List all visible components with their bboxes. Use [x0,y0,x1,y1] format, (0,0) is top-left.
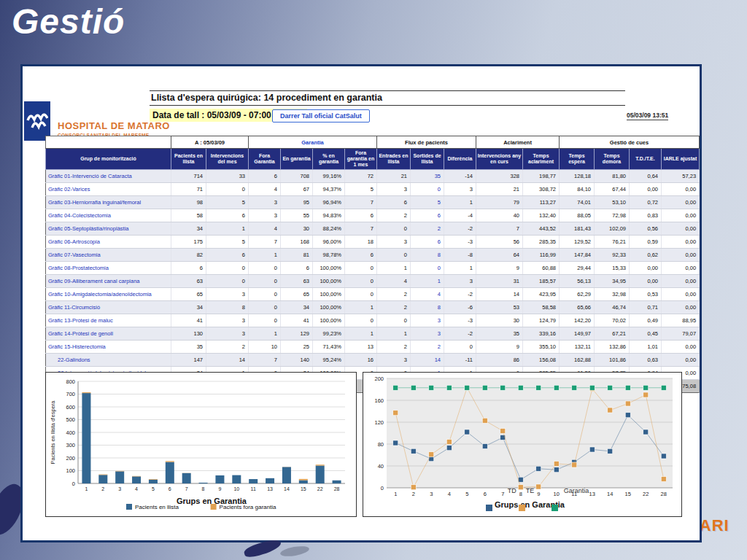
table-cell[interactable]: 3 [411,327,444,341]
bar-pacients-llista [82,393,90,483]
table-cell: 94,37% [313,183,345,196]
table-cell: 40 [476,209,523,222]
table-cell: 2 [377,209,411,222]
table-cell: 70,02 [595,314,630,327]
table-cell: 34 [171,222,206,236]
table-row: Gràfic 08-Prostatectomia6006100,00%01019… [46,262,700,275]
table-cell: 7 [249,354,281,367]
table-cell[interactable]: 3 [411,314,444,327]
table-cell: 4 [249,222,281,236]
marker-TD [393,440,398,446]
row-label-link[interactable]: Gràfic 07-Vasectomia [46,249,171,262]
table-cell[interactable]: 0 [411,262,444,275]
row-label-link[interactable]: Gràfic 02-Varices [46,183,171,196]
table-cell: 71 [171,183,206,196]
row-label-link[interactable]: Gràfic 10-Amigdalectomia/adenoïdectomia [46,288,171,301]
table-cell: 58 [171,209,206,222]
row-label-link[interactable]: Gràfic 15-Histerectomia [46,341,171,354]
table-cell[interactable]: 2 [411,222,444,236]
marker-Garantia [446,385,452,390]
table-cell[interactable]: 1 [411,275,444,288]
table-cell[interactable]: 6 [411,209,444,222]
x-tick-label: 4 [448,491,451,497]
row-label-link[interactable]: Gràfic 04-Colecistectomia [46,209,171,222]
marker-TD [465,429,470,435]
marker-TE [500,429,506,434]
table-cell: 0,00 [662,249,700,262]
table-cell[interactable]: 6 [411,236,444,249]
table-cell[interactable]: 2 [411,341,444,354]
marker-Garantia [536,385,541,390]
table-cell: -11 [444,354,476,367]
table-cell: 9 [476,341,523,354]
table-cell[interactable]: 0 [411,183,444,196]
row-label-link[interactable]: Gràfic 05-Septoplàstia/rinoplàstia [46,222,171,236]
table-cell: 100,00% [313,301,345,314]
bar-fora-garantia [149,479,158,480]
row-label-link[interactable]: Gràfic 13-Pròtesi de maluc [46,314,171,327]
marker-Garantia [393,385,398,390]
table-cell: 30 [281,222,313,236]
x-tick-label: 3 [118,486,121,491]
legend-label: Pacients fora garantia [220,504,276,510]
marker-TE [572,462,577,467]
table-cell: 1 [444,196,476,209]
table-cell[interactable]: 8 [411,301,444,314]
plot-area [387,378,673,488]
table-cell: 0 [345,275,377,288]
table-cell: 0 [206,262,249,275]
x-tick-label: 2 [412,491,415,497]
y-tick-label: 500 [66,416,75,423]
table-cell: 99,16% [313,170,345,183]
bar-pacients-llista [266,478,274,483]
y-tick-label: 100 [66,467,75,474]
row-label-link[interactable]: 22-Galindons [46,354,171,367]
decor-swoosh-bottom-gray [279,545,309,559]
hospital-logo-mark [24,101,50,141]
table-cell: 0,72 [630,196,662,209]
row-label-link[interactable]: Gràfic 14-Pròtesi de genoll [46,327,171,341]
table-cell: 65 [171,288,206,301]
row-label-link[interactable]: Gràfic 11-Circumcisió [46,301,171,314]
marker-TE [554,462,559,467]
table-cell: 55 [281,209,313,222]
table-cell: 102,09 [595,222,630,236]
table-cell[interactable]: 35 [411,170,444,183]
x-tick-label: 7 [501,491,504,497]
table-cell: 0,56 [630,222,662,236]
table-cell: 0,00 [662,222,700,236]
legend-swatch-TD [486,505,492,511]
table-cell[interactable]: 14 [411,354,444,367]
table-cell: -8 [444,249,476,262]
table-cell: 147 [171,354,206,367]
table-cell[interactable]: 5 [411,196,444,209]
table-cell: 132,40 [523,209,560,222]
group-header-cell: Gestió de cues [560,136,700,149]
table-cell[interactable]: 8 [411,249,444,262]
marker-Garantia [643,385,649,390]
table-cell: 443,52 [523,222,560,236]
table-cell: 6 [249,170,281,183]
row-label-link[interactable]: Gràfic 01-Intervenció de Cataracta [46,170,171,183]
table-cell[interactable]: 4 [411,288,444,301]
row-label-link[interactable]: Gràfic 06-Artroscòpia [46,236,171,249]
column-header: Fora Garantia [249,149,281,170]
table-cell: 0,00 [662,288,700,301]
bar-chart-svg: 0100200300400500600700800123456789101113… [46,373,355,515]
table-cell: 0,00 [630,183,662,196]
marker-TE [518,485,523,490]
marker-TD [661,454,666,459]
row-label-link[interactable]: Gràfic 08-Prostatectomia [46,262,171,275]
table-cell: 132,11 [560,341,595,354]
x-tick-label: 28 [661,491,667,497]
row-label-link[interactable]: Gràfic 09-Alliberament canal carpiana [46,275,171,288]
table-cell: 0 [345,314,377,327]
table-cell: 3 [249,196,281,209]
x-tick-label: 8 [202,486,205,491]
catsalut-button[interactable]: Darrer Tall oficial CatSalut [272,109,370,122]
row-label-link[interactable]: Gràfic 03-Herniorrafia inguinal/femoral [46,196,171,209]
table-cell: 76,21 [595,236,630,249]
marker-TD [608,448,613,454]
table-cell: 1 [345,327,377,341]
table-cell: -4 [444,209,476,222]
